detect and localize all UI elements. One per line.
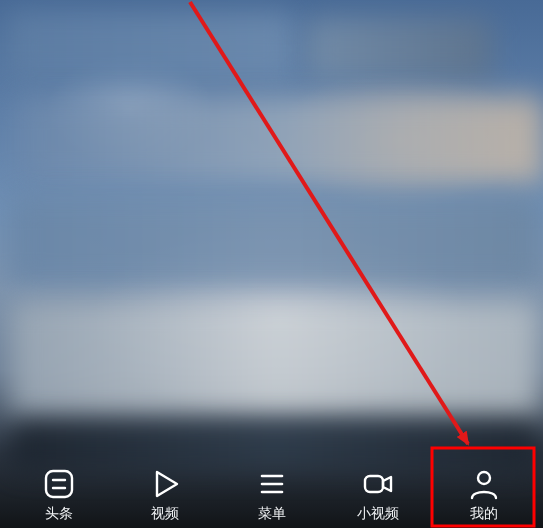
nav-tab-label: 菜单 xyxy=(258,506,286,520)
blurred-content-block xyxy=(6,12,296,84)
nav-tab-headlines[interactable]: 头条 xyxy=(6,452,112,524)
svg-marker-3 xyxy=(157,472,177,496)
blurred-content-block xyxy=(10,300,540,420)
hamburger-menu-icon xyxy=(254,466,290,502)
nav-tab-label: 我的 xyxy=(470,506,498,520)
blurred-content-block xyxy=(306,18,492,82)
svg-point-8 xyxy=(478,472,490,484)
nav-tab-video[interactable]: 视频 xyxy=(112,452,218,524)
blurred-content-block xyxy=(14,96,543,184)
nav-tab-mine[interactable]: 我的 xyxy=(431,452,537,524)
person-icon xyxy=(466,466,502,502)
blurred-content-block xyxy=(10,196,540,286)
nav-tab-label: 小视频 xyxy=(357,506,399,520)
svg-rect-0 xyxy=(46,471,72,497)
bottom-nav-bar: 头条 视频 菜单 xyxy=(6,452,537,524)
headlines-icon xyxy=(41,466,77,502)
nav-tab-label: 头条 xyxy=(45,506,73,520)
nav-tab-label: 视频 xyxy=(151,506,179,520)
svg-rect-7 xyxy=(365,476,383,492)
camera-video-icon xyxy=(360,466,396,502)
app-screenshot: 头条 视频 菜单 xyxy=(0,0,543,528)
nav-tab-short-video[interactable]: 小视频 xyxy=(325,452,431,524)
nav-tab-menu[interactable]: 菜单 xyxy=(218,452,324,524)
video-play-icon xyxy=(147,466,183,502)
